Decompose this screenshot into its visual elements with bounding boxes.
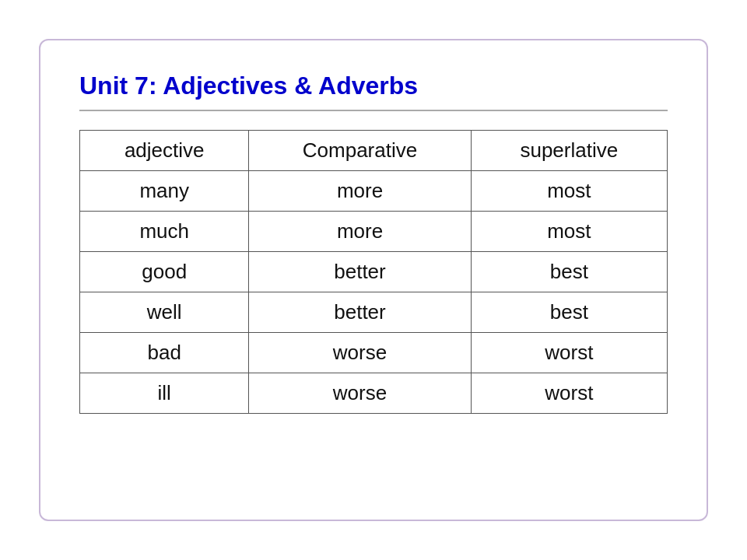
table-row: badworseworst (80, 333, 668, 373)
slide-container: Unit 7: Adjectives & Adverbs adjectiveCo… (39, 39, 708, 521)
table-row: goodbetterbest (80, 252, 668, 292)
table-cell: best (471, 252, 667, 292)
table-row: muchmoremost (80, 212, 668, 252)
table-cell: best (471, 292, 667, 333)
table-cell: worst (471, 373, 667, 414)
table-cell: better (249, 252, 471, 292)
table-cell: ill (80, 373, 249, 414)
table-header-cell: adjective (80, 131, 249, 171)
table-cell: most (471, 171, 667, 212)
table-cell: better (249, 292, 471, 333)
table-cell: bad (80, 333, 249, 373)
table-cell: many (80, 171, 249, 212)
table-row: wellbetterbest (80, 292, 668, 333)
table-header-cell: Comparative (249, 131, 471, 171)
table-cell: more (249, 212, 471, 252)
table-cell: more (249, 171, 471, 212)
table-cell: most (471, 212, 667, 252)
table-cell: well (80, 292, 249, 333)
table-cell: much (80, 212, 249, 252)
table-cell: good (80, 252, 249, 292)
table-cell: worst (471, 333, 667, 373)
slide-title: Unit 7: Adjectives & Adverbs (79, 72, 668, 111)
table-row: illworseworst (80, 373, 668, 414)
table-row: manymoremost (80, 171, 668, 212)
table-header-cell: superlative (471, 131, 667, 171)
table-cell: worse (249, 373, 471, 414)
adjectives-table: adjectiveComparativesuperlativemanymorem… (79, 130, 668, 414)
table-cell: worse (249, 333, 471, 373)
